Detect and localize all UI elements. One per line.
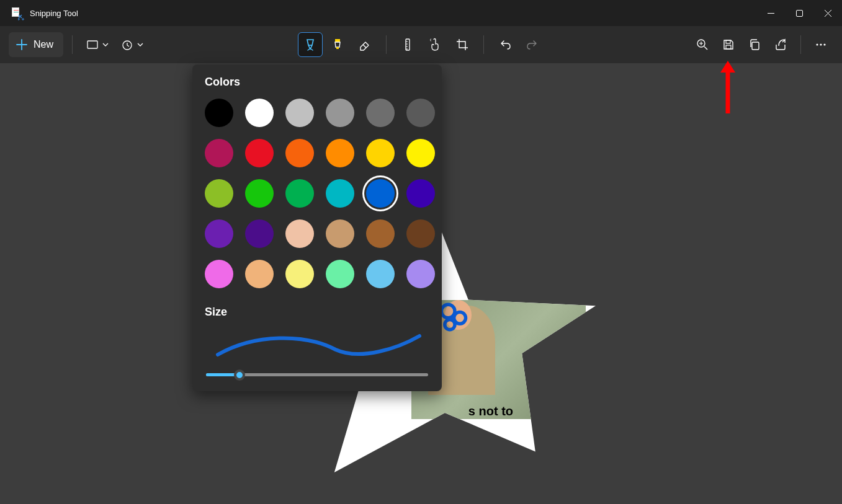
center-tools [298, 32, 545, 57]
svg-point-14 [823, 43, 825, 45]
pen-options-panel: Colors Size [192, 64, 442, 391]
svg-rect-6 [336, 47, 339, 49]
svg-rect-9 [726, 40, 730, 43]
colors-heading: Colors [205, 76, 429, 89]
redo-button[interactable] [520, 32, 545, 57]
toolbar-separator [800, 35, 801, 54]
size-heading: Size [205, 306, 429, 319]
redo-icon [526, 38, 539, 51]
svg-rect-10 [726, 45, 731, 49]
maximize-button[interactable] [785, 0, 813, 26]
color-swatch[interactable] [366, 260, 395, 288]
snip-mode-dropdown[interactable] [81, 35, 114, 55]
color-swatch[interactable] [406, 260, 435, 288]
window-controls [756, 0, 842, 26]
more-button[interactable] [808, 32, 833, 57]
zoom-icon [696, 38, 709, 51]
titlebar-left: Snipping Tool [11, 7, 78, 19]
crop-icon [455, 38, 469, 51]
color-swatch[interactable] [366, 139, 395, 167]
svg-rect-2 [796, 10, 802, 16]
save-button[interactable] [716, 32, 741, 57]
color-swatch[interactable] [205, 99, 233, 127]
highlighter-tool-button[interactable] [325, 32, 350, 57]
svg-point-13 [820, 43, 822, 45]
app-title: Snipping Tool [30, 9, 78, 18]
color-swatch[interactable] [245, 179, 274, 208]
color-swatch[interactable] [205, 139, 233, 167]
eraser-tool-button[interactable] [352, 32, 377, 57]
toolbar-separator [386, 35, 387, 54]
svg-rect-11 [752, 42, 759, 50]
right-tools [690, 32, 833, 57]
color-swatch[interactable] [285, 219, 314, 248]
minimize-button[interactable] [756, 0, 785, 26]
ruler-icon [401, 38, 414, 51]
color-swatch[interactable] [326, 219, 354, 248]
zoom-button[interactable] [690, 32, 715, 57]
pen-scribble [438, 300, 472, 336]
delay-dropdown[interactable] [116, 35, 148, 55]
color-swatch[interactable] [285, 99, 314, 127]
color-swatch[interactable] [406, 139, 435, 167]
toolbar: New [0, 26, 842, 63]
color-swatch[interactable] [406, 99, 435, 127]
copy-button[interactable] [742, 32, 767, 57]
color-swatch[interactable] [285, 260, 314, 288]
crop-tool-button[interactable] [450, 32, 475, 57]
size-preview [205, 329, 429, 360]
pen-tool-button[interactable] [298, 32, 323, 57]
toolbar-separator [483, 35, 484, 54]
color-swatch[interactable] [245, 219, 274, 248]
color-swatch[interactable] [205, 219, 233, 248]
color-swatch[interactable] [366, 99, 395, 127]
close-button[interactable] [813, 0, 842, 26]
color-swatch[interactable] [326, 139, 354, 167]
titlebar: Snipping Tool [0, 0, 842, 26]
new-button[interactable]: New [9, 32, 63, 57]
color-swatch[interactable] [366, 219, 395, 248]
color-swatch[interactable] [326, 179, 354, 208]
size-slider-thumb[interactable] [234, 369, 245, 381]
color-swatch[interactable] [406, 179, 435, 208]
toolbar-separator [72, 35, 73, 54]
app-icon [11, 7, 22, 19]
color-swatch[interactable] [406, 219, 435, 248]
color-swatch[interactable] [366, 179, 395, 208]
snip-caption-fragment: s not to [468, 404, 513, 418]
new-button-label: New [34, 39, 53, 50]
color-swatch[interactable] [205, 179, 233, 208]
color-swatch[interactable] [285, 179, 314, 208]
undo-icon [498, 38, 512, 51]
more-icon [815, 38, 827, 51]
svg-point-0 [18, 19, 19, 20]
color-swatch[interactable] [326, 260, 354, 288]
copy-icon [748, 38, 761, 51]
touch-icon [428, 38, 442, 51]
ruler-tool-button[interactable] [395, 32, 420, 57]
highlighter-icon [331, 38, 344, 51]
chevron-down-icon [137, 42, 143, 48]
svg-rect-3 [87, 41, 97, 48]
touch-write-button[interactable] [423, 32, 447, 57]
rectangle-icon [86, 38, 99, 51]
svg-point-12 [816, 43, 818, 45]
save-icon [722, 38, 735, 51]
chevron-down-icon [102, 42, 109, 48]
color-swatch[interactable] [205, 260, 233, 288]
svg-point-17 [445, 319, 455, 329]
svg-rect-5 [335, 39, 340, 42]
color-swatch[interactable] [245, 260, 274, 288]
size-slider[interactable] [206, 373, 428, 376]
clock-icon [121, 38, 133, 51]
color-swatches [205, 99, 429, 288]
color-swatch[interactable] [245, 99, 274, 127]
color-swatch[interactable] [285, 139, 314, 167]
pen-icon [303, 38, 317, 51]
undo-button[interactable] [493, 32, 517, 57]
color-swatch[interactable] [326, 99, 354, 127]
color-swatch[interactable] [245, 139, 274, 167]
share-button[interactable] [768, 32, 793, 57]
share-icon [774, 38, 787, 51]
svg-point-1 [22, 19, 24, 20]
